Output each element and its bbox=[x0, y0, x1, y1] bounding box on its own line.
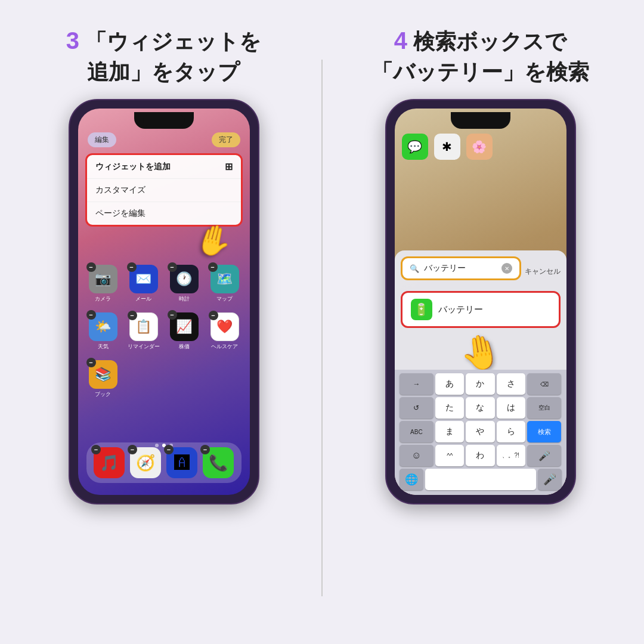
kbd-search[interactable]: 検索 bbox=[527, 421, 562, 442]
menu-item-add-widget-label: ウィジェットを追加 bbox=[95, 162, 171, 172]
step3-number: 3 bbox=[66, 27, 79, 54]
phone2-header-apps: 💬 ✱ 🌸 bbox=[395, 129, 566, 162]
messages-icon: 💬 bbox=[407, 140, 422, 154]
calendar-app: ✱ bbox=[434, 134, 460, 160]
dock-music[interactable]: − 🎵 bbox=[94, 447, 125, 478]
widget-search-panel: 🔍 バッテリー ✕ キャンセル 🔋 バッテリー bbox=[395, 250, 566, 495]
remove-badge-clock: − bbox=[168, 262, 177, 272]
kbd-backspace[interactable]: ⌫ bbox=[527, 373, 562, 395]
kbd-emoji[interactable]: ☺ bbox=[400, 445, 434, 466]
app-grid-row3: − 📚 ブック bbox=[78, 355, 250, 403]
kbd-row2: ↺ た な は 空白 bbox=[397, 397, 564, 419]
camera-icon: 📷 bbox=[95, 271, 111, 287]
phone2-screen: 💬 ✱ 🌸 🔍 バッテリー bbox=[395, 109, 566, 495]
kbd-wa[interactable]: わ bbox=[466, 445, 494, 466]
safari-icon: 🧭 bbox=[136, 454, 155, 472]
dock-safari[interactable]: − 🧭 bbox=[130, 447, 161, 478]
step3-title: 3 「ウィジェットを追加」をタップ bbox=[66, 24, 261, 87]
kbd-na[interactable]: な bbox=[466, 397, 494, 419]
phone1-mockup: 編集 完了 ウィジェットを追加 ⊞ カスタマイズ ページを編集 bbox=[69, 99, 259, 504]
kbd-a[interactable]: あ bbox=[435, 373, 464, 395]
kbd-ma[interactable]: ま bbox=[435, 421, 464, 442]
battery-icon-box: 🔋 bbox=[411, 299, 432, 320]
dock-appstore[interactable]: − 🅰 bbox=[166, 447, 197, 478]
kbd-arrow[interactable]: → bbox=[400, 373, 434, 395]
camera-label: カメラ bbox=[95, 295, 111, 303]
clock-label: 時計 bbox=[179, 295, 190, 303]
kbd-globe[interactable]: 🌐 bbox=[400, 469, 423, 490]
app-maps[interactable]: − 🗺️ マップ bbox=[207, 265, 243, 303]
menu-item-customize-label: カスタマイズ bbox=[95, 185, 145, 196]
search-box[interactable]: 🔍 バッテリー ✕ bbox=[401, 256, 521, 280]
remove-badge-maps: − bbox=[208, 262, 218, 272]
app-books[interactable]: − 📚 ブック bbox=[85, 360, 121, 398]
appstore-icon: 🅰 bbox=[174, 454, 190, 472]
app-mail[interactable]: − ✉️ メール bbox=[126, 265, 162, 303]
main-container: 3 「ウィジェットを追加」をタップ 編集 完了 bbox=[0, 0, 644, 644]
app-camera[interactable]: − 📷 カメラ bbox=[85, 265, 121, 303]
kbd-ka[interactable]: か bbox=[466, 373, 494, 395]
reminders-label: リマインダー bbox=[128, 343, 160, 351]
weather-icon: 🌤️ bbox=[95, 319, 111, 335]
music-icon: 🎵 bbox=[100, 454, 119, 472]
mail-label: メール bbox=[135, 295, 151, 303]
kbd-microphone[interactable]: 🎤 bbox=[538, 469, 562, 490]
menu-item-edit-page[interactable]: ページを編集 bbox=[87, 202, 241, 225]
search-clear-button[interactable]: ✕ bbox=[501, 263, 512, 274]
keyboard: → あ か さ ⌫ ↺ た な は 空白 bbox=[395, 370, 566, 495]
maps-icon: 🗺️ bbox=[216, 271, 233, 287]
dock-phone[interactable]: − 📞 bbox=[203, 447, 234, 478]
messages-app: 💬 bbox=[402, 134, 428, 160]
kbd-sa[interactable]: さ bbox=[497, 373, 525, 395]
app-reminders[interactable]: − 📋 リマインダー bbox=[126, 312, 162, 351]
remove-badge-appstore: − bbox=[164, 445, 174, 454]
photos-icon: 🌸 bbox=[472, 140, 487, 154]
kbd-undo[interactable]: ↺ bbox=[400, 397, 434, 419]
phone2-notch bbox=[451, 112, 510, 129]
remove-badge-mail: − bbox=[127, 262, 137, 272]
hand-cursor-area: 🤚 bbox=[78, 223, 250, 258]
cancel-button[interactable]: キャンセル bbox=[525, 267, 561, 277]
kbd-ta[interactable]: た bbox=[435, 397, 464, 419]
kbd-caret[interactable]: ^^ bbox=[435, 445, 464, 466]
mail-icon: ✉️ bbox=[135, 271, 151, 287]
menu-item-add-widget[interactable]: ウィジェットを追加 ⊞ bbox=[87, 155, 241, 179]
search-row: 🔍 バッテリー ✕ キャンセル bbox=[401, 256, 561, 286]
kbd-ha[interactable]: は bbox=[497, 397, 525, 419]
app-clock[interactable]: − 🕐 時計 bbox=[166, 265, 202, 303]
step4-title: 4 検索ボックスで「バッテリー」を検索 bbox=[371, 24, 589, 87]
kbd-spacebar[interactable] bbox=[425, 469, 536, 490]
kbd-row4: ☺ ^^ わ 、。?! 🎤 bbox=[397, 445, 564, 466]
phone1-notch-area bbox=[78, 109, 250, 129]
dock: − 🎵 − 🧭 − 🅰 − 📞 bbox=[86, 442, 242, 483]
photos-app: 🌸 bbox=[466, 134, 493, 160]
stocks-icon: 📈 bbox=[176, 319, 192, 335]
kbd-mic[interactable]: 🎤 bbox=[527, 445, 562, 466]
kbd-ra[interactable]: ら bbox=[497, 421, 525, 442]
app-grid-row2: − 🌤️ 天気 − 📋 リマインダー bbox=[78, 308, 250, 355]
kbd-bottom-row: 🌐 🎤 bbox=[397, 469, 564, 490]
stocks-label: 株価 bbox=[179, 343, 190, 351]
kbd-abc[interactable]: ABC bbox=[400, 421, 434, 442]
hand-cursor-icon: 🤚 bbox=[191, 219, 236, 262]
edit-button[interactable]: 編集 bbox=[88, 132, 116, 147]
health-icon: ❤️ bbox=[216, 319, 233, 335]
kbd-ya[interactable]: や bbox=[466, 421, 494, 442]
done-button[interactable]: 完了 bbox=[212, 132, 240, 147]
context-menu: ウィジェットを追加 ⊞ カスタマイズ ページを編集 bbox=[85, 153, 243, 227]
battery-result[interactable]: 🔋 バッテリー bbox=[401, 291, 561, 328]
kbd-punctuation[interactable]: 、。?! bbox=[497, 445, 525, 466]
books-icon: 📚 bbox=[95, 367, 111, 382]
phone2-mockup: 💬 ✱ 🌸 🔍 バッテリー bbox=[385, 99, 576, 504]
app-weather[interactable]: − 🌤️ 天気 bbox=[85, 312, 121, 351]
app-health[interactable]: − ❤️ ヘルスケア bbox=[207, 312, 243, 351]
menu-item-customize[interactable]: カスタマイズ bbox=[87, 179, 241, 202]
remove-badge-camera: − bbox=[86, 262, 96, 272]
kbd-space[interactable]: 空白 bbox=[527, 397, 562, 419]
kbd-row3: ABC ま や ら 検索 bbox=[397, 421, 564, 442]
menu-item-edit-page-label: ページを編集 bbox=[95, 208, 145, 219]
app-stocks[interactable]: − 📈 株価 bbox=[166, 312, 202, 351]
step3-title-text: 「ウィジェットを追加」をタップ bbox=[85, 29, 261, 84]
search-input-text: バッテリー bbox=[424, 263, 497, 274]
phone1-screen: 編集 完了 ウィジェットを追加 ⊞ カスタマイズ ページを編集 bbox=[78, 109, 250, 495]
